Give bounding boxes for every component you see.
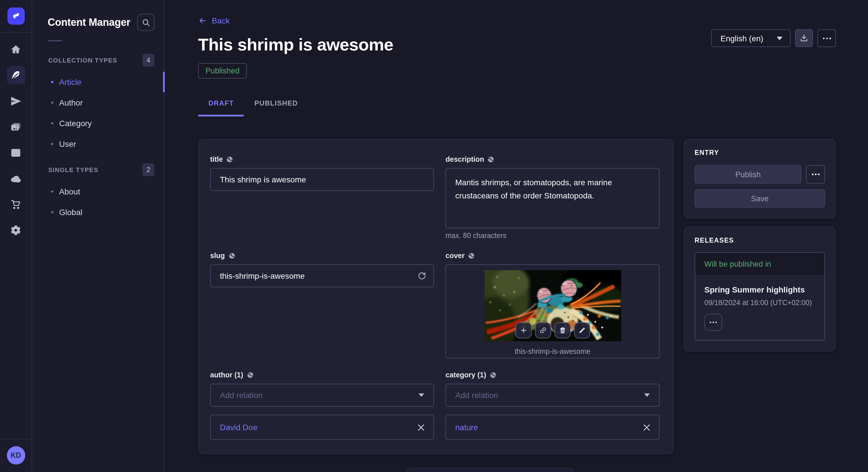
save-button[interactable]: Save (694, 189, 825, 208)
download-icon (800, 34, 808, 42)
link-icon (539, 326, 547, 334)
cover-field-label: cover (445, 252, 465, 260)
edit-media-button[interactable] (574, 322, 590, 338)
side-column: ENTRY Publish Save (684, 139, 836, 454)
strapi-logo-icon (11, 11, 21, 21)
description-field-label: description (445, 156, 484, 164)
bullet-icon (51, 102, 53, 104)
description-textarea[interactable]: Mantis shrimps, or stomatopods, are mari… (445, 168, 660, 228)
entry-panel: ENTRY Publish Save (684, 139, 836, 218)
field-category: category (1) Add relation (445, 371, 660, 440)
entry-panel-title: ENTRY (694, 149, 825, 156)
author-relation-combobox[interactable]: Add relation (210, 384, 434, 407)
sidebar-item-label: User (59, 139, 76, 148)
single-types-label: SINGLE TYPES (48, 166, 98, 173)
locale-select[interactable]: English (en) (711, 29, 790, 47)
sidebar-item-label: Global (59, 208, 82, 217)
sidebar-item-global[interactable]: Global (32, 202, 164, 223)
copy-link-button[interactable] (535, 322, 551, 338)
content-manager-icon[interactable] (7, 66, 25, 84)
rail-bottom-divider (0, 439, 32, 439)
single-types-section: SINGLE TYPES 2 About Global (32, 164, 164, 223)
slug-input[interactable] (210, 264, 434, 287)
releases-panel-title: RELEASES (694, 237, 825, 244)
topbar-actions: English (en) (711, 29, 836, 47)
tab-published[interactable]: PUBLISHED (244, 94, 308, 116)
back-link[interactable]: Back (198, 16, 229, 25)
chevron-down-icon (644, 394, 650, 397)
user-avatar[interactable]: KD (7, 446, 25, 465)
more-dots-icon (710, 321, 717, 324)
rail-bottom: KD (0, 439, 32, 472)
more-dots-icon (823, 37, 831, 39)
sidebar-item-label: About (59, 187, 80, 196)
category-relation-item[interactable]: nature (445, 415, 660, 440)
title-input[interactable] (210, 168, 434, 191)
sidebar-divider (48, 40, 62, 41)
search-button[interactable] (137, 14, 154, 31)
releases-panel: RELEASES Will be published in Spring Sum… (684, 227, 836, 351)
field-title: title (210, 156, 434, 240)
next-panel-peek (406, 468, 574, 472)
author-relation-placeholder: Add relation (220, 391, 262, 400)
media-library-icon[interactable] (7, 117, 25, 136)
sidebar-item-about[interactable]: About (32, 181, 164, 202)
chevron-down-icon (418, 394, 424, 397)
releases-icon[interactable] (7, 92, 25, 110)
remove-relation-icon[interactable] (418, 424, 424, 430)
search-icon (142, 18, 150, 27)
cover-image[interactable] (484, 270, 621, 341)
sidebar-title: Content Manager (48, 16, 130, 28)
sidebar-item-category[interactable]: Category (32, 113, 164, 134)
regenerate-slug-icon[interactable] (417, 271, 427, 280)
edit-form-panel: title description (198, 139, 674, 454)
sidebar-item-author[interactable]: Author (32, 92, 164, 113)
export-button[interactable] (795, 29, 813, 47)
globe-icon (247, 372, 253, 378)
author-relation-item[interactable]: David Doe (210, 415, 434, 440)
relation-value: nature (455, 423, 478, 432)
globe-icon (468, 252, 475, 259)
tabs: DRAFT PUBLISHED (198, 94, 836, 116)
remove-relation-icon[interactable] (644, 424, 650, 430)
slug-field-label: slug (210, 252, 225, 260)
category-field-label: category (1) (445, 371, 486, 379)
category-relation-combobox[interactable]: Add relation (445, 384, 660, 407)
cover-media-box: this-shrimp-is-awesome (445, 264, 660, 359)
plus-icon (519, 326, 527, 334)
release-date: 09/18/2024 at 16:00 (UTC+02:00) (704, 299, 815, 307)
content-type-builder-icon[interactable] (7, 143, 25, 162)
home-icon[interactable] (7, 40, 25, 59)
marketplace-cart-icon[interactable] (7, 195, 25, 213)
field-cover: cover (445, 252, 660, 359)
sidebar-item-label: Category (59, 119, 92, 128)
status-badge: Published (198, 63, 247, 78)
globe-icon (488, 156, 495, 163)
delete-media-button[interactable] (554, 322, 570, 338)
field-author: author (1) Add relation (210, 371, 434, 440)
bullet-icon (51, 191, 53, 193)
author-field-label: author (1) (210, 371, 243, 379)
release-more-button[interactable] (704, 314, 722, 331)
strapi-logo[interactable] (7, 7, 24, 25)
single-types-count: 2 (143, 164, 154, 176)
trash-icon (558, 326, 566, 334)
sidebar-item-article[interactable]: Article (32, 72, 164, 92)
cloud-icon[interactable] (7, 169, 25, 188)
sidebar-item-label: Article (59, 77, 82, 87)
settings-gear-icon[interactable] (7, 221, 25, 239)
more-actions-button[interactable] (817, 29, 836, 47)
add-media-button[interactable] (515, 322, 531, 338)
sidebar-item-user[interactable]: User (32, 134, 164, 154)
release-card: Will be published in Spring Summer highl… (694, 252, 825, 341)
field-slug: slug (210, 252, 434, 359)
collection-types-count: 4 (143, 54, 154, 67)
nav-rail: KD (0, 0, 32, 472)
tab-draft[interactable]: DRAFT (198, 94, 244, 116)
publish-button[interactable]: Publish (694, 165, 801, 183)
back-arrow-icon (198, 16, 207, 25)
bullet-icon (51, 211, 53, 213)
globe-icon (228, 252, 235, 259)
globe-icon (490, 372, 497, 378)
entry-more-button[interactable] (806, 165, 825, 183)
